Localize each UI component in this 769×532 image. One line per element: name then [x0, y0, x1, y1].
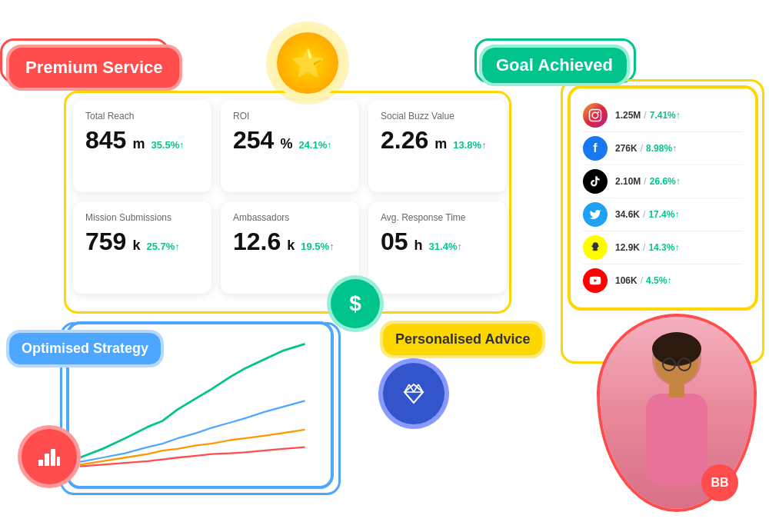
- stat-card-roi: ROI 254 % 24.1%↑: [221, 100, 359, 192]
- social-row-snapchat: 12.9K / 14.3%↑: [583, 231, 743, 264]
- svg-point-15: [652, 332, 701, 366]
- bb-logo: BB: [701, 464, 738, 501]
- stat-value-0: 845: [85, 126, 126, 155]
- stat-value-4: 12.6: [233, 228, 281, 256]
- stat-value-3: 759: [85, 228, 126, 256]
- social-row-tiktok: 2.10M / 26.6%↑: [583, 165, 743, 198]
- facebook-icon: f: [583, 136, 608, 161]
- premium-service-badge: Premium Service: [9, 48, 179, 88]
- bar-chart-icon-container: [22, 429, 77, 484]
- youtube-value: 106K: [615, 275, 638, 286]
- goal-achieved-label: Goal Achieved: [496, 55, 613, 75]
- snapchat-icon: [583, 235, 608, 260]
- stat-value-5: 05: [381, 228, 408, 256]
- social-row-twitter: 34.6K / 17.4%↑: [583, 198, 743, 231]
- stat-value-1: 254: [233, 126, 274, 155]
- stat-unit-0: m: [132, 136, 145, 152]
- stat-value-2: 2.26: [381, 126, 428, 155]
- stat-change-4: 19.5%↑: [301, 241, 334, 252]
- optimised-strategy-badge: Optimised Strategy: [9, 333, 161, 364]
- stat-unit-1: %: [280, 136, 292, 152]
- diamond-icon: [383, 363, 444, 424]
- personalised-advice-badge: Personalised Advice: [383, 324, 542, 355]
- optimised-strategy-label: Optimised Strategy: [22, 341, 148, 356]
- instagram-value: 1.25M: [615, 110, 641, 121]
- stat-label-1: ROI: [233, 111, 347, 121]
- instagram-change: 7.41%↑: [650, 110, 681, 121]
- bar-chart-icon: [22, 429, 77, 484]
- stat-unit-2: m: [434, 136, 447, 152]
- stat-change-1: 24.1%↑: [298, 139, 331, 151]
- stat-card-missions: Mission Submissions 759 k 25.7%↑: [73, 201, 211, 294]
- instagram-icon: [583, 103, 608, 128]
- svg-rect-12: [57, 457, 60, 466]
- stat-change-0: 35.5%↑: [151, 139, 184, 151]
- stats-grid: Total Reach 845 m 35.5%↑ ROI 254 % 24.1%…: [73, 100, 507, 294]
- svg-rect-0: [590, 110, 601, 121]
- star-icon: ⭐: [277, 32, 338, 94]
- stat-card-total-reach: Total Reach 845 m 35.5%↑: [73, 100, 211, 192]
- bb-logo-text: BB: [711, 476, 728, 490]
- youtube-change: 4.5%↑: [646, 275, 671, 286]
- twitter-value: 34.6K: [615, 209, 640, 220]
- stat-change-5: 31.4%↑: [429, 241, 462, 252]
- diamond-icon-container: [383, 363, 444, 424]
- svg-rect-10: [45, 454, 49, 466]
- social-row-instagram: 1.25M / 7.41%↑: [583, 99, 743, 132]
- tiktok-change: 26.6%↑: [650, 176, 681, 187]
- svg-rect-9: [38, 460, 43, 466]
- main-scene: Premium Service Goal Achieved ⭐ Total Re…: [0, 0, 769, 532]
- twitter-icon: [583, 202, 608, 227]
- stat-card-response: Avg. Response Time 05 h 31.4%↑: [368, 201, 507, 294]
- stat-unit-4: k: [287, 238, 295, 254]
- svg-rect-17: [669, 382, 684, 397]
- stat-label-2: Social Buzz Value: [381, 111, 494, 121]
- social-row-facebook: f 276K / 8.98%↑: [583, 132, 743, 165]
- stat-label-0: Total Reach: [85, 111, 199, 121]
- personalised-advice-label: Personalised Advice: [395, 331, 530, 347]
- premium-service-label: Premium Service: [25, 58, 163, 77]
- facebook-change: 8.98%↑: [646, 143, 677, 154]
- stat-label-4: Ambassadors: [233, 212, 347, 223]
- stat-unit-5: h: [414, 238, 423, 254]
- twitter-change: 17.4%↑: [648, 209, 679, 220]
- stat-unit-3: k: [132, 238, 140, 254]
- stat-label-3: Mission Submissions: [85, 212, 199, 223]
- tiktok-value: 2.10M: [615, 176, 641, 187]
- snapchat-value: 12.9K: [615, 242, 640, 253]
- stat-change-2: 13.8%↑: [453, 139, 486, 151]
- svg-point-1: [592, 112, 598, 118]
- snapchat-change: 14.3%↑: [648, 242, 679, 253]
- dollar-icon: $: [331, 279, 380, 328]
- svg-rect-11: [51, 449, 55, 466]
- social-row-youtube: 106K / 4.5%↑: [583, 264, 743, 297]
- goal-achieved-badge: Goal Achieved: [482, 48, 627, 83]
- stat-label-5: Avg. Response Time: [381, 212, 494, 223]
- dollar-icon-container: $: [331, 279, 380, 328]
- tiktok-icon: [583, 169, 608, 194]
- stat-card-buzz: Social Buzz Value 2.26 m 13.8%↑: [368, 100, 507, 192]
- stat-change-3: 25.7%↑: [146, 241, 179, 252]
- facebook-value: 276K: [615, 143, 638, 154]
- svg-point-2: [598, 111, 599, 113]
- star-icon-container: ⭐: [277, 32, 338, 94]
- social-stats-panel: 1.25M / 7.41%↑ f 276K / 8.98%↑: [571, 88, 755, 308]
- youtube-icon: [583, 268, 608, 293]
- svg-rect-16: [646, 394, 707, 486]
